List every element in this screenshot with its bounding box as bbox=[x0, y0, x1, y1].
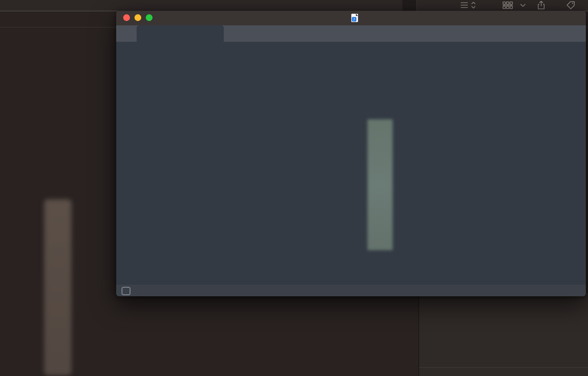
sort-list-icon[interactable] bbox=[461, 0, 478, 11]
traffic-close-button[interactable] bbox=[123, 14, 130, 21]
redacted-filename-blur bbox=[44, 199, 72, 375]
tab-kimlikler-php[interactable] bbox=[137, 25, 224, 42]
code-editor[interactable] bbox=[116, 42, 586, 284]
document-proxy-icon[interactable]: / bbox=[351, 14, 358, 22]
finder-toolbar bbox=[0, 0, 588, 11]
sidebar-toggle-icon[interactable] bbox=[122, 287, 130, 295]
group-grid-icon[interactable] bbox=[502, 0, 528, 11]
editor-statusbar bbox=[116, 284, 586, 296]
tag-icon[interactable] bbox=[566, 0, 576, 11]
traffic-zoom-button[interactable] bbox=[146, 14, 153, 21]
editor-titlebar[interactable]: / bbox=[116, 11, 586, 25]
editor-window: / bbox=[116, 11, 586, 296]
redacted-code-blur bbox=[367, 119, 393, 250]
status-divider bbox=[419, 367, 588, 368]
share-icon[interactable] bbox=[536, 0, 546, 11]
traffic-minimize-button[interactable] bbox=[134, 14, 141, 21]
background-finder-window bbox=[419, 293, 588, 376]
new-tab-button[interactable] bbox=[402, 0, 417, 11]
